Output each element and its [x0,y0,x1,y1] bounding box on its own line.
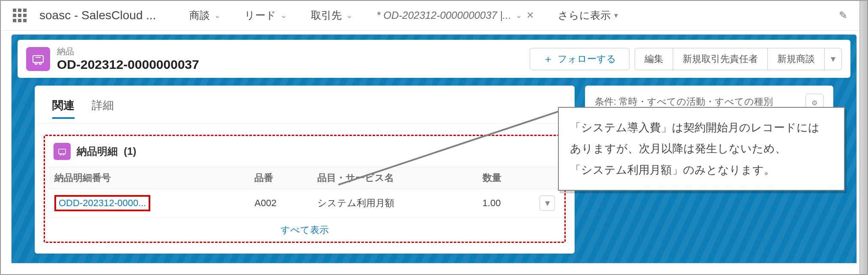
cell-qty: 1.00 [477,189,534,218]
highlight-box: ODD-202312-0000... [54,195,150,211]
record-name: OD-202312-0000000037 [57,57,199,72]
window-scroll-edge [859,0,868,275]
cell-code: A002 [248,189,311,218]
tab-related[interactable]: 関連 [52,94,75,119]
col-header-item[interactable]: 品目・サービス名 [311,167,476,189]
col-header-code[interactable]: 品番 [248,167,311,189]
table-header-row: 納品明細番号 品番 品目・サービス名 数量 [48,167,561,189]
nav-item-label: リード [245,9,276,22]
app-name: soasc - SalesCloud ... [39,9,156,22]
svg-point-2 [39,62,42,64]
cell-item-name: システム利用月額 [311,189,476,218]
chevron-down-icon[interactable]: ⌄ [280,11,287,20]
edit-button[interactable]: 編集 [635,48,673,70]
action-button-group: 編集 新規取引先責任者 新規商談 ▾ [635,48,842,70]
nav-item-label: * OD-202312-0000000037 |... [376,9,511,21]
related-list-title[interactable]: 納品明細 (1) [48,141,561,167]
callout-line: 「システム利用月額」のみとなります。 [570,160,833,180]
record-actions: ＋ フォローする 編集 新規取引先責任者 新規商談 ▾ [530,48,842,70]
edit-pencil-icon[interactable]: ✎ [839,9,847,21]
nav-item-opportunity[interactable]: 商談 ⌄ [182,0,228,31]
nav-item-active-record[interactable]: * OD-202312-0000000037 |... ⌄ ✕ [369,0,541,30]
more-actions-button[interactable]: ▾ [824,48,842,70]
record-object-label: 納品 [57,46,199,57]
nav-more-label: さらに表示 [558,9,611,22]
col-header-qty[interactable]: 数量 [477,167,534,189]
related-list-table: 納品明細番号 品番 品目・サービス名 数量 ODD-202312-0000... [48,167,561,218]
close-icon[interactable]: ✕ [526,10,534,21]
record-header: 納品 OD-202312-0000000037 ＋ フォローする 編集 新規取引… [18,40,850,78]
record-tabs: 関連 詳細 [35,94,574,124]
triangle-down-icon[interactable]: ▾ [614,11,618,20]
record-title-block: 納品 OD-202312-0000000037 [57,46,199,72]
nav-item-label: 取引先 [311,9,342,22]
show-all-link[interactable]: すべて表示 [48,218,561,238]
nav-item-lead[interactable]: リード ⌄ [237,0,295,31]
tab-detail[interactable]: 詳細 [92,94,114,119]
record-link[interactable]: ODD-202312-0000... [59,198,146,208]
nav-item-label: 商談 [189,9,210,22]
follow-button[interactable]: ＋ フォローする [530,48,629,70]
svg-rect-4 [59,149,66,154]
svg-point-5 [60,154,61,155]
nav-more[interactable]: さらに表示 ▾ [550,0,626,31]
app-launcher-icon[interactable] [13,9,27,22]
table-row: ODD-202312-0000... A002 システム利用月額 1.00 ▾ [48,189,561,218]
global-nav: soasc - SalesCloud ... 商談 ⌄ リード ⌄ 取引先 ⌄ … [0,0,868,31]
chevron-down-icon[interactable]: ⌄ [346,11,352,20]
svg-point-1 [35,62,37,64]
nav-item-account[interactable]: 取引先 ⌄ [303,0,360,31]
row-menu-button[interactable]: ▾ [540,195,555,211]
callout-line: 「システム導入費」は契約開始月のレコードには [570,117,833,138]
related-list-count: (1) [124,145,136,157]
gear-icon: ⚙ [811,99,817,107]
svg-point-6 [63,154,64,155]
chevron-down-icon[interactable]: ⌄ [214,11,221,20]
related-list-icon [54,143,71,160]
record-object-icon [26,47,50,71]
annotation-callout: 「システム導入費」は契約開始月のレコードには ありますが、次月以降は発生しないた… [558,107,845,191]
related-panel: 関連 詳細 納品明細 (1) [35,86,575,254]
follow-button-label: フォローする [558,53,616,65]
svg-rect-0 [33,56,43,62]
chevron-down-icon[interactable]: ⌄ [516,11,522,20]
triangle-down-icon: ▾ [545,198,550,209]
new-opportunity-button[interactable]: 新規商談 [767,48,825,70]
callout-line: ありますが、次月以降は発生しないため、 [570,138,833,159]
col-header-id[interactable]: 納品明細番号 [48,167,248,189]
related-list-card: 納品明細 (1) 納品明細番号 品番 品目・サービス名 数量 [44,135,566,243]
new-contact-button[interactable]: 新規取引先責任者 [673,48,768,70]
triangle-down-icon: ▾ [831,53,835,64]
related-list-name: 納品明細 [77,145,118,158]
